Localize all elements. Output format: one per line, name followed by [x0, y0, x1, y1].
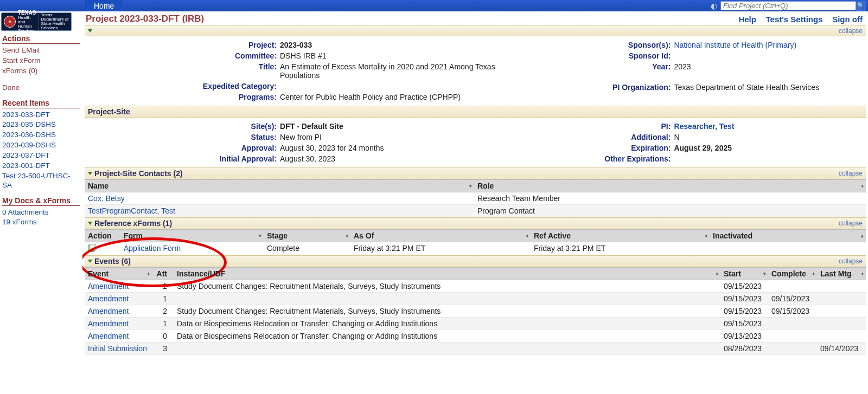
- label-initial: Initial Approval:: [85, 153, 280, 164]
- event-start: 09/15/2023: [720, 280, 768, 292]
- event-link[interactable]: Amendment: [88, 319, 129, 328]
- label-sponsors: Sponsor(s):: [522, 40, 674, 50]
- caret-down-icon[interactable]: [88, 172, 92, 175]
- caret-down-icon[interactable]: [88, 222, 92, 225]
- caret-down-icon[interactable]: [88, 260, 92, 263]
- value-status: New from PI: [280, 132, 522, 143]
- event-start: 09/13/2023: [720, 330, 768, 342]
- event-link[interactable]: Amendment: [88, 307, 129, 315]
- sidebar-action-done[interactable]: Done: [2, 83, 80, 93]
- event-complete: [768, 343, 817, 354]
- col-role[interactable]: Role♦: [474, 180, 866, 192]
- label-committee: Committee:: [85, 50, 280, 61]
- project-site-title: Project-Site: [88, 107, 130, 116]
- event-link[interactable]: Amendment: [88, 294, 129, 303]
- event-instance: [174, 293, 720, 305]
- sidebar-recent-item[interactable]: 2023-037-DFT: [2, 151, 80, 161]
- col-complete[interactable]: Complete♦: [768, 268, 817, 280]
- events-title: Events (6): [94, 257, 131, 266]
- sidebar-docs-attachments[interactable]: 0 Attachments: [2, 208, 80, 218]
- event-start: 09/15/2023: [720, 318, 768, 330]
- table-row: TestProgramContact, Test Program Contact: [85, 205, 866, 217]
- event-link[interactable]: Amendment: [88, 332, 129, 340]
- col-inactivated[interactable]: Inactivated▴: [710, 230, 866, 242]
- sidebar-recent-item[interactable]: 2023-033-DFT: [2, 110, 80, 120]
- event-lastmtg: [817, 305, 866, 317]
- sidebar-recent-item[interactable]: 2023-036-DSHS: [2, 130, 80, 140]
- sidebar-action-sendemail[interactable]: Send EMail: [2, 46, 80, 56]
- sidebar-recent-item[interactable]: 2023-001-DFT: [2, 161, 80, 171]
- page-title: Project 2023-033-DFT (IRB): [86, 14, 204, 24]
- label-pi: PI:: [522, 121, 674, 132]
- signoff-link[interactable]: Sign off: [832, 15, 863, 24]
- col-att[interactable]: Att: [152, 268, 174, 280]
- col-event[interactable]: Event♦: [85, 268, 152, 280]
- search-input[interactable]: [720, 1, 856, 10]
- label-expedited: Expedited Category:: [85, 81, 280, 92]
- table-row: Initial Submission308/28/202309/14/2023: [85, 343, 866, 355]
- event-start: 09/15/2023: [720, 305, 768, 317]
- contacts-bar: Project-Site Contacts (2) collapse: [85, 167, 866, 179]
- sidebar-recent-item[interactable]: Test 23-500-UTHSC-SA: [2, 171, 80, 191]
- value-otherexp: [674, 153, 866, 164]
- settings-link[interactable]: Test's Settings: [766, 15, 823, 24]
- sidebar-recent-item[interactable]: 2023-035-DSHS: [2, 120, 80, 130]
- label-title: Title:: [85, 61, 280, 81]
- top-nav: Home ◐ 🔍: [0, 0, 868, 11]
- col-refactive[interactable]: Ref Active♦: [531, 230, 710, 242]
- collapse-link[interactable]: collapse: [839, 219, 863, 227]
- col-instance[interactable]: Instance/UDF♦: [174, 268, 720, 280]
- contact-name-link[interactable]: TestProgramContact, Test: [88, 206, 175, 215]
- form-inactivated: [710, 242, 866, 255]
- project-section-bar: collapse: [85, 25, 866, 36]
- logo: ★ TEXAS Health and Human Services Texas …: [1, 12, 72, 31]
- contact-name-link[interactable]: Cox, Betsy: [88, 194, 125, 203]
- form-link[interactable]: Application Form: [124, 244, 181, 253]
- table-row: Application Form Complete Friday at 3:21…: [85, 242, 866, 255]
- sidebar-docs-xforms[interactable]: 19 xForms: [2, 217, 80, 228]
- value-pi[interactable]: Researcher, Test: [674, 121, 866, 132]
- help-link[interactable]: Help: [738, 15, 756, 24]
- event-instance: Study Document Changes: Recruitment Mate…: [174, 280, 720, 292]
- event-att: 0: [152, 330, 174, 342]
- event-link[interactable]: Amendment: [88, 282, 129, 290]
- value-sponsors[interactable]: National Institute of Health (Primary): [674, 40, 866, 50]
- event-complete: [768, 330, 817, 342]
- label-status: Status:: [85, 132, 280, 143]
- form-asof: Friday at 3:21 PM ET: [350, 242, 531, 255]
- copy-icon[interactable]: [88, 244, 95, 251]
- col-asof[interactable]: As Of♦: [350, 230, 531, 242]
- actions-header: Actions: [2, 34, 80, 44]
- label-programs: Programs:: [85, 92, 280, 102]
- events-bar: Events (6) collapse: [85, 255, 866, 267]
- event-start: 09/15/2023: [720, 293, 768, 305]
- col-lastmtg[interactable]: Last Mtg♦: [817, 268, 866, 280]
- contacts-title: Project-Site Contacts (2): [94, 169, 183, 178]
- event-lastmtg: 09/14/2023: [817, 343, 866, 354]
- home-tab[interactable]: Home: [85, 0, 123, 11]
- sidebar-action-startxform[interactable]: Start xForm: [2, 56, 80, 66]
- col-start[interactable]: Start▾: [720, 268, 768, 280]
- help-icon[interactable]: ◐: [711, 2, 717, 10]
- event-instance: Study Document Changes: Recruitment Mate…: [174, 305, 720, 317]
- collapse-link[interactable]: collapse: [839, 257, 863, 265]
- value-additional: N: [674, 132, 866, 143]
- caret-down-icon[interactable]: [88, 29, 92, 33]
- sidebar-recent-item[interactable]: 2023-039-DSHS: [2, 140, 80, 151]
- collapse-link[interactable]: collapse: [839, 27, 863, 35]
- refforms-title: Reference xForms (1): [94, 219, 172, 228]
- event-lastmtg: [817, 293, 866, 305]
- refforms-header-row: Action Form▾ Stage♦ As Of♦ Ref Active♦ I…: [85, 229, 866, 242]
- search-button[interactable]: 🔍: [856, 1, 866, 11]
- event-link[interactable]: Initial Submission: [88, 344, 147, 353]
- form-refactive: Friday at 3:21 PM ET: [531, 242, 710, 255]
- label-piorg: PI Organization:: [522, 82, 674, 93]
- site-details: Site(s):DFT - Default Site Status:New fr…: [85, 118, 866, 167]
- collapse-link[interactable]: collapse: [839, 170, 863, 177]
- col-name[interactable]: Name▾: [85, 180, 474, 192]
- col-action[interactable]: Action: [85, 230, 120, 242]
- sidebar-action-xforms[interactable]: xForms (0): [2, 66, 80, 76]
- col-form[interactable]: Form▾: [120, 230, 264, 242]
- col-stage[interactable]: Stage♦: [264, 230, 350, 242]
- logo-line2: Health and Human Services: [18, 16, 36, 33]
